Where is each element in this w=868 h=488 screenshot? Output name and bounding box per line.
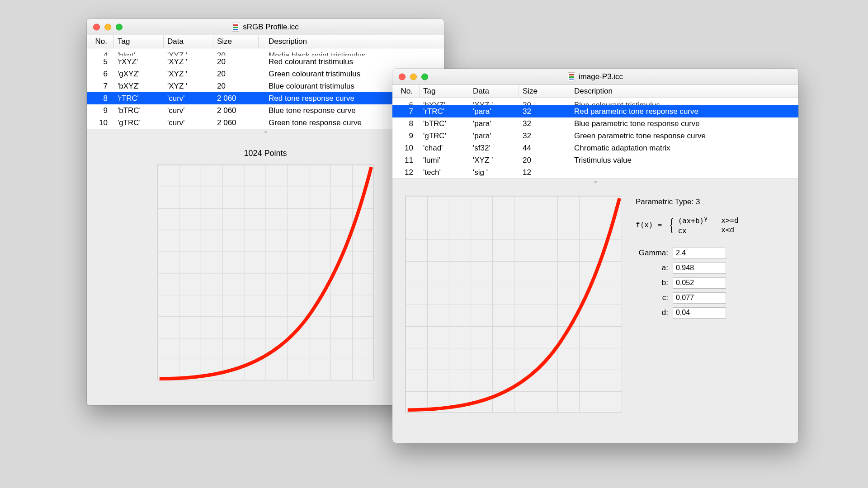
table-row[interactable]: 10'gTRC''curv'2 060Green tone response c… xyxy=(87,117,444,129)
minimize-icon[interactable] xyxy=(410,73,417,80)
table-row[interactable]: 11'lumi''XYZ '20Tristimulus value xyxy=(392,154,798,166)
input-a[interactable] xyxy=(673,263,726,274)
col-tag[interactable]: Tag xyxy=(420,85,469,98)
close-icon[interactable] xyxy=(93,23,100,30)
minimize-icon[interactable] xyxy=(104,23,111,30)
col-desc[interactable]: Description xyxy=(564,85,798,98)
label-a: a: xyxy=(636,263,668,272)
table-divider[interactable] xyxy=(87,129,444,135)
col-size[interactable]: Size xyxy=(519,85,564,98)
table-row[interactable]: 10'chad''sf32'44Chromatic adaptation mat… xyxy=(392,142,798,154)
detail-pane: Parametric Type: 3 f(x) = { (ax+b)γ cx x… xyxy=(392,185,798,426)
table-row[interactable]: 7'rTRC''para'32Red parametric tone respo… xyxy=(392,105,798,117)
col-tag[interactable]: Tag xyxy=(114,35,164,48)
tag-table[interactable]: 6 'bXYZ' 'XYZ ' 20 Blue colourant tristi… xyxy=(392,98,798,178)
label-gamma: Gamma: xyxy=(636,249,668,258)
zoom-icon[interactable] xyxy=(421,73,428,80)
window-title: sRGB Profile.icc xyxy=(243,23,299,32)
col-no[interactable]: No. xyxy=(87,35,114,48)
tag-table[interactable]: 4 'bkpt' 'XYZ ' 20 Media black-point tri… xyxy=(87,48,444,129)
detail-pane: 1024 Points xyxy=(87,135,444,394)
label-b: b: xyxy=(636,278,668,287)
input-b[interactable] xyxy=(673,277,726,289)
table-row[interactable]: 9'gTRC''para'32Green parametric tone res… xyxy=(392,130,798,142)
param-type: Parametric Type: 3 xyxy=(636,197,739,206)
col-desc[interactable]: Description xyxy=(259,35,444,48)
curve-plot xyxy=(157,164,374,380)
table-row[interactable]: 4 'bkpt' 'XYZ ' 20 Media black-point tri… xyxy=(87,48,444,56)
table-row[interactable]: 5'rXYZ''XYZ '20Red colourant tristimulus xyxy=(87,56,444,68)
col-data[interactable]: Data xyxy=(469,85,519,98)
titlebar[interactable]: sRGB Profile.icc xyxy=(87,19,444,35)
table-headers: No. Tag Data Size Description xyxy=(87,35,444,48)
titlebar[interactable]: image-P3.icc xyxy=(392,69,798,85)
param-formula: f(x) = { (ax+b)γ cx x>=d x<d xyxy=(636,215,739,236)
col-data[interactable]: Data xyxy=(164,35,213,48)
label-c: c: xyxy=(636,293,668,302)
table-row[interactable]: 8'rTRC''curv'2 060Red tone response curv… xyxy=(87,92,444,104)
input-d[interactable] xyxy=(673,307,726,319)
table-row[interactable]: 6 'bXYZ' 'XYZ ' 20 Blue colourant tristi… xyxy=(392,98,798,105)
window-p3[interactable]: image-P3.icc No. Tag Data Size Descripti… xyxy=(392,69,798,443)
input-c[interactable] xyxy=(673,292,726,304)
col-no[interactable]: No. xyxy=(392,85,420,98)
table-row[interactable]: 9'bTRC''curv'2 060Blue tone response cur… xyxy=(87,104,444,117)
close-icon[interactable] xyxy=(399,73,406,80)
traffic-lights xyxy=(93,23,123,30)
detail-title: 1024 Points xyxy=(98,149,433,158)
window-srgb[interactable]: sRGB Profile.icc No. Tag Data Size Descr… xyxy=(87,19,444,405)
col-size[interactable]: Size xyxy=(213,35,259,48)
table-row[interactable]: 6'gXYZ''XYZ '20Green colourant tristimul… xyxy=(87,68,444,80)
window-title: image-P3.icc xyxy=(579,72,623,81)
icc-doc-icon xyxy=(568,72,575,81)
table-row[interactable]: 12'tech''sig '12 xyxy=(392,166,798,178)
traffic-lights xyxy=(399,73,428,80)
input-gamma[interactable] xyxy=(673,248,726,259)
table-row[interactable]: 7'bXYZ''XYZ '20Blue colourant tristimulu… xyxy=(87,80,444,92)
parametric-panel: Parametric Type: 3 f(x) = { (ax+b)γ cx x… xyxy=(636,196,739,413)
zoom-icon[interactable] xyxy=(116,23,123,30)
table-row[interactable]: 8'bTRC''para'32Blue parametric tone resp… xyxy=(392,117,798,130)
table-divider[interactable] xyxy=(392,178,798,185)
table-headers: No. Tag Data Size Description xyxy=(392,85,798,98)
icc-doc-icon xyxy=(232,23,239,32)
label-d: d: xyxy=(636,308,668,317)
curve-plot xyxy=(405,196,622,413)
